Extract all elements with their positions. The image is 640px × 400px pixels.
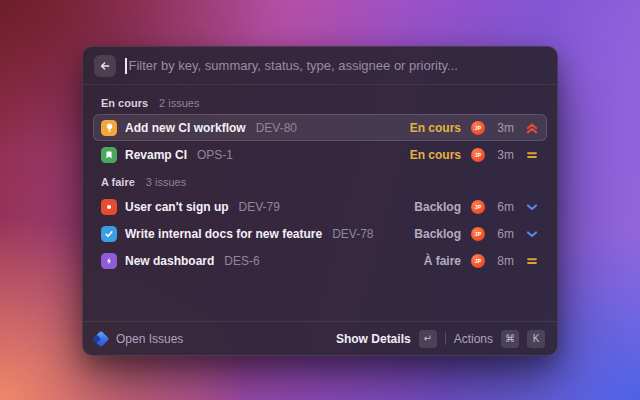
show-details-button[interactable]: Show Details [336, 332, 411, 346]
issue-key: DEV-80 [256, 121, 297, 135]
search-input[interactable]: Filter by key, summary, status, type, as… [125, 58, 546, 74]
issue-row[interactable]: User can't sign upDEV-79BacklogJP6m [93, 193, 547, 220]
k-key-icon[interactable]: K [527, 330, 545, 348]
priority-low-icon [524, 226, 539, 241]
issue-meta: BacklogJP6m [414, 226, 539, 241]
updated-time: 6m [495, 227, 514, 241]
issue-meta: BacklogJP6m [414, 199, 539, 214]
footer-actions: Show Details ↵ Actions ⌘ K [336, 330, 545, 348]
search-bar: Filter by key, summary, status, type, as… [83, 47, 557, 85]
section-title: A faire [101, 176, 135, 188]
dot-icon [101, 199, 117, 215]
command-palette: Filter by key, summary, status, type, as… [82, 46, 558, 356]
assignee-avatar: JP [471, 148, 485, 162]
issue-meta: À faireJP8m [424, 253, 539, 268]
issue-title: Revamp CI [125, 148, 187, 162]
enter-key-icon[interactable]: ↵ [419, 330, 437, 348]
section-count: 2 issues [159, 97, 199, 109]
status-label: En cours [410, 121, 461, 135]
bolt-icon [101, 253, 117, 269]
lightbulb-icon [101, 120, 117, 136]
status-label: Backlog [414, 200, 461, 214]
assignee-avatar: JP [471, 200, 485, 214]
priority-low-icon [524, 199, 539, 214]
section-header: A faire3 issues [93, 168, 547, 193]
section-header: En cours2 issues [93, 89, 547, 114]
priority-urgent-icon [524, 120, 539, 135]
app-logo-diamond-icon [93, 330, 110, 347]
issue-meta: En coursJP3m [410, 120, 539, 135]
cmd-key-icon[interactable]: ⌘ [501, 330, 519, 348]
issue-key: DEV-78 [332, 227, 373, 241]
issue-meta: En coursJP3m [410, 147, 539, 162]
desktop-background: Filter by key, summary, status, type, as… [0, 0, 640, 400]
check-icon [101, 226, 117, 242]
issue-title: Add new CI workflow [125, 121, 246, 135]
issue-row[interactable]: Revamp CIOPS-1En coursJP3m [93, 141, 547, 168]
assignee-avatar: JP [471, 254, 485, 268]
arrow-left-icon [99, 60, 111, 72]
assignee-avatar: JP [471, 121, 485, 135]
issue-list: En cours2 issuesAdd new CI workflowDEV-8… [83, 85, 557, 321]
footer-separator [445, 332, 446, 345]
updated-time: 8m [495, 254, 514, 268]
issue-key: DEV-79 [239, 200, 280, 214]
updated-time: 3m [495, 121, 514, 135]
bookmark-icon [101, 147, 117, 163]
workspace-label: Open Issues [116, 332, 183, 346]
priority-medium-icon [524, 147, 539, 162]
issue-section: En cours2 issuesAdd new CI workflowDEV-8… [93, 89, 547, 168]
back-button[interactable] [94, 55, 116, 77]
updated-time: 3m [495, 148, 514, 162]
issue-title: User can't sign up [125, 200, 229, 214]
issue-row[interactable]: New dashboardDES-6À faireJP8m [93, 247, 547, 274]
issue-key: OPS-1 [197, 148, 233, 162]
issue-title: Write internal docs for new feature [125, 227, 322, 241]
issue-section: A faire3 issuesUser can't sign upDEV-79B… [93, 168, 547, 274]
updated-time: 6m [495, 200, 514, 214]
issue-title: New dashboard [125, 254, 214, 268]
text-caret [125, 58, 127, 74]
status-label: Backlog [414, 227, 461, 241]
footer: Open Issues Show Details ↵ Actions ⌘ K [83, 321, 557, 355]
priority-medium-icon [524, 253, 539, 268]
search-placeholder: Filter by key, summary, status, type, as… [129, 58, 458, 73]
section-count: 3 issues [146, 176, 186, 188]
assignee-avatar: JP [471, 227, 485, 241]
issue-row[interactable]: Add new CI workflowDEV-80En coursJP3m [93, 114, 547, 141]
status-label: En cours [410, 148, 461, 162]
section-title: En cours [101, 97, 148, 109]
actions-button[interactable]: Actions [454, 332, 493, 346]
issue-key: DES-6 [224, 254, 259, 268]
issue-row[interactable]: Write internal docs for new featureDEV-7… [93, 220, 547, 247]
status-label: À faire [424, 254, 461, 268]
